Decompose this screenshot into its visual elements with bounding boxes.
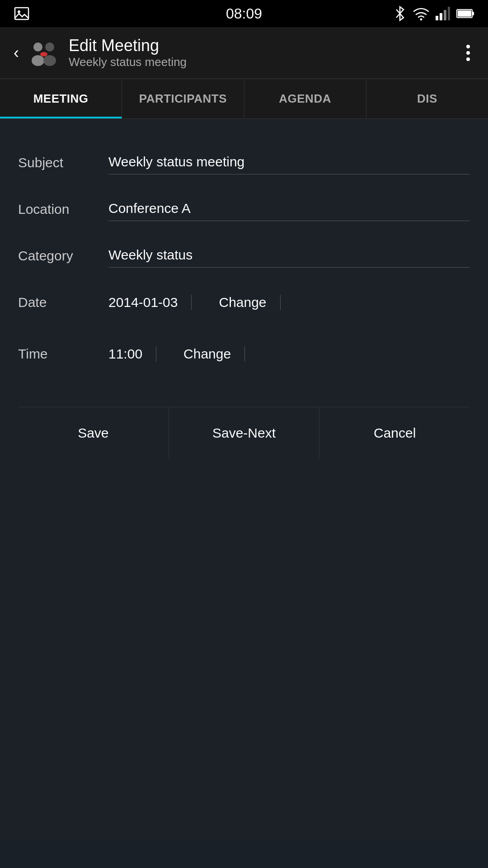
time-label: Time [18, 346, 108, 362]
app-icon [28, 37, 60, 69]
svg-rect-3 [436, 16, 438, 20]
svg-rect-8 [472, 12, 474, 15]
date-value: 2014-01-03 [108, 295, 192, 310]
category-input[interactable] [108, 244, 470, 268]
form-content: Subject Location Category Date 2014-01-0… [0, 119, 488, 477]
subject-row: Subject [18, 137, 470, 184]
svg-rect-9 [458, 10, 471, 17]
time-change-button[interactable]: Change [170, 346, 245, 362]
tab-dis[interactable]: DIS [366, 79, 488, 118]
svg-point-10 [33, 42, 42, 52]
more-dot-2 [466, 51, 470, 55]
subject-label: Subject [18, 151, 108, 170]
app-header: ‹ Edit Meeting Weekly status meeting [0, 27, 488, 79]
signal-icon [436, 7, 450, 20]
svg-rect-0 [15, 8, 28, 19]
more-dot-3 [466, 57, 470, 61]
svg-rect-4 [440, 13, 442, 20]
date-label: Date [18, 295, 108, 310]
tab-agenda[interactable]: AGENDA [244, 79, 366, 118]
bluetooth-icon [393, 5, 407, 22]
svg-point-14 [40, 52, 47, 57]
svg-rect-6 [448, 7, 450, 20]
svg-point-13 [43, 55, 56, 66]
save-button[interactable]: Save [18, 407, 169, 459]
svg-rect-5 [444, 10, 446, 20]
location-row: Location [18, 184, 470, 230]
action-bar: Save Save-Next Cancel [18, 407, 470, 459]
location-label: Location [18, 197, 108, 217]
battery-icon [456, 8, 474, 19]
header-title: Edit Meeting [69, 36, 187, 55]
svg-point-2 [420, 19, 422, 21]
status-bar-left [14, 5, 30, 22]
image-icon [14, 5, 30, 22]
location-input-wrapper [108, 197, 470, 221]
header-subtitle: Weekly status meeting [69, 55, 187, 69]
tabs: MEETING PARTICIPANTS AGENDA DIS [0, 79, 488, 119]
tab-participants[interactable]: PARTICIPANTS [122, 79, 244, 118]
svg-point-1 [18, 10, 20, 13]
time-value: 11:00 [108, 346, 156, 362]
back-button[interactable]: ‹ [14, 45, 19, 61]
wifi-icon [413, 7, 429, 20]
more-menu-button[interactable] [462, 40, 474, 66]
save-next-button[interactable]: Save-Next [169, 407, 320, 459]
date-row: Date 2014-01-03 Change [18, 277, 470, 328]
svg-point-12 [45, 42, 54, 52]
tab-meeting[interactable]: MEETING [0, 79, 122, 118]
status-bar: 08:09 [0, 0, 488, 27]
header-left: ‹ Edit Meeting Weekly status meeting [14, 36, 187, 69]
category-row: Category [18, 230, 470, 277]
status-time: 08:09 [226, 5, 262, 22]
category-label: Category [18, 244, 108, 264]
location-input[interactable] [108, 197, 470, 221]
cancel-button[interactable]: Cancel [319, 407, 470, 459]
more-dot-1 [466, 45, 470, 48]
empty-space [0, 477, 488, 839]
subject-input[interactable] [108, 151, 470, 175]
time-row: Time 11:00 Change [18, 328, 470, 380]
status-icons [393, 5, 474, 22]
date-change-button[interactable]: Change [205, 295, 280, 310]
category-input-wrapper [108, 244, 470, 268]
svg-point-11 [32, 55, 44, 66]
header-title-group: Edit Meeting Weekly status meeting [69, 36, 187, 69]
subject-input-wrapper [108, 151, 470, 175]
